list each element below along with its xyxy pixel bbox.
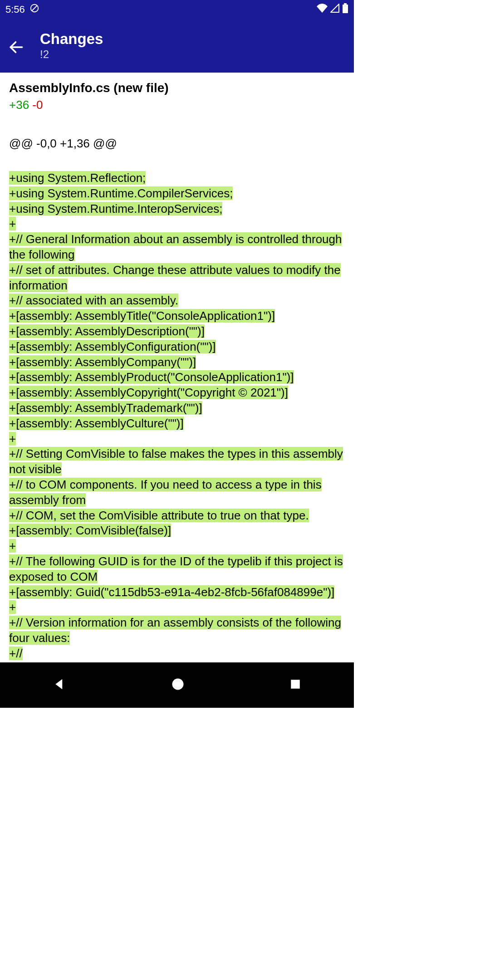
diff-line: +[assembly: Guid("c115db53-e91a-4eb2-8fc… bbox=[9, 585, 345, 600]
diff-line-text: +[assembly: AssemblyTitle("ConsoleApplic… bbox=[9, 309, 275, 323]
diff-line: +// Setting ComVisible to false makes th… bbox=[9, 446, 345, 477]
nav-recent-button[interactable] bbox=[289, 678, 301, 692]
diff-line: +// Version information for an assembly … bbox=[9, 615, 345, 646]
diff-line: +// associated with an assembly. bbox=[9, 293, 345, 309]
diff-line-text: +[assembly: ComVisible(false)] bbox=[9, 524, 171, 537]
diff-line-text: +// COM, set the ComVisible attribute to… bbox=[9, 509, 309, 522]
diff-line: +using System.Runtime.CompilerServices; bbox=[9, 186, 345, 201]
back-button[interactable] bbox=[7, 38, 25, 56]
diff-line: +// to COM components. If you need to ac… bbox=[9, 477, 345, 508]
diff-line: + bbox=[9, 216, 345, 232]
diff-line-text: +[assembly: AssemblyCulture("")] bbox=[9, 416, 184, 430]
diff-line: +// General Information about an assembl… bbox=[9, 232, 345, 263]
diff-line-text: +// Setting ComVisible to false makes th… bbox=[9, 447, 343, 476]
added-count: +36 bbox=[9, 98, 29, 112]
diff-line-text: +// to COM components. If you need to ac… bbox=[9, 478, 322, 507]
diff-line-text: + bbox=[9, 539, 16, 553]
app-bar: Changes !2 bbox=[0, 19, 354, 73]
status-time: 5:56 bbox=[5, 4, 25, 15]
diff-line: +// bbox=[9, 646, 345, 662]
svg-point-5 bbox=[172, 679, 183, 690]
diff-line: +[assembly: AssemblyConfiguration("")] bbox=[9, 339, 345, 355]
diff-line: + bbox=[9, 600, 345, 615]
diff-content[interactable]: AssemblyInfo.cs (new file) +36 -0 @@ -0,… bbox=[0, 73, 354, 662]
battery-icon bbox=[342, 3, 348, 16]
diff-line-text: +[assembly: Guid("c115db53-e91a-4eb2-8fc… bbox=[9, 585, 334, 599]
page-subtitle: !2 bbox=[40, 48, 103, 61]
diff-line-text: +// set of attributes. Change these attr… bbox=[9, 263, 341, 292]
diff-line-text: +[assembly: AssemblyProduct("ConsoleAppl… bbox=[9, 370, 294, 384]
cell-icon bbox=[330, 4, 339, 15]
file-header: AssemblyInfo.cs (new file) bbox=[9, 81, 345, 95]
diff-line-text: +[assembly: AssemblyDescription("")] bbox=[9, 324, 205, 338]
diff-line-text: +// The following GUID is for the ID of … bbox=[9, 554, 343, 583]
diff-line: +using System.Runtime.InteropServices; bbox=[9, 201, 345, 217]
diff-line: +[assembly: AssemblyTrademark("")] bbox=[9, 401, 345, 416]
status-right bbox=[317, 3, 348, 16]
diff-line-text: +[assembly: AssemblyTrademark("")] bbox=[9, 401, 202, 415]
nav-back-button[interactable] bbox=[53, 677, 66, 693]
nav-home-button[interactable] bbox=[171, 677, 185, 693]
diff-line-text: + bbox=[9, 217, 16, 230]
wifi-icon bbox=[317, 4, 328, 15]
diff-line: + bbox=[9, 539, 345, 554]
svg-rect-3 bbox=[344, 3, 347, 5]
diff-line: +[assembly: AssemblyCompany("")] bbox=[9, 355, 345, 370]
page-title: Changes bbox=[40, 31, 103, 47]
diff-line: +// set of attributes. Change these attr… bbox=[9, 263, 345, 294]
status-left: 5:56 bbox=[5, 3, 39, 16]
diff-line-text: +// Version information for an assembly … bbox=[9, 616, 341, 645]
diff-line-text: +[assembly: AssemblyConfiguration("")] bbox=[9, 340, 216, 353]
diff-line-text: + bbox=[9, 432, 16, 446]
system-nav-bar bbox=[0, 662, 354, 708]
diff-line: +// COM, set the ComVisible attribute to… bbox=[9, 508, 345, 524]
svg-rect-6 bbox=[291, 680, 300, 689]
hunk-header: @@ -0,0 +1,36 @@ bbox=[9, 137, 345, 151]
diff-line-text: +// General Information about an assembl… bbox=[9, 232, 342, 261]
diff-line-text: +[assembly: AssemblyCopyright("Copyright… bbox=[9, 386, 288, 399]
diff-line: + bbox=[9, 431, 345, 447]
status-bar: 5:56 bbox=[0, 0, 354, 19]
diff-line: +using System.Reflection; bbox=[9, 171, 345, 186]
diff-line-text: +// associated with an assembly. bbox=[9, 294, 178, 307]
svg-line-1 bbox=[32, 6, 37, 11]
diff-line-text: +using System.Runtime.CompilerServices; bbox=[9, 186, 233, 200]
diff-line: +[assembly: ComVisible(false)] bbox=[9, 523, 345, 539]
diff-line: +// The following GUID is for the ID of … bbox=[9, 554, 345, 585]
change-counts: +36 -0 bbox=[9, 98, 345, 112]
titles: Changes !2 bbox=[40, 31, 103, 61]
diff-line: +[assembly: AssemblyCopyright("Copyright… bbox=[9, 385, 345, 401]
diff-line-text: + bbox=[9, 600, 16, 614]
diff-line-text: +using System.Runtime.InteropServices; bbox=[9, 202, 222, 216]
diff-line: +[assembly: AssemblyCulture("")] bbox=[9, 416, 345, 431]
diff-line: +[assembly: AssemblyDescription("")] bbox=[9, 324, 345, 339]
diff-body: +using System.Reflection;+using System.R… bbox=[9, 171, 345, 662]
diff-line-text: +// bbox=[9, 647, 23, 660]
diff-line: +[assembly: AssemblyTitle("ConsoleApplic… bbox=[9, 309, 345, 324]
removed-count: -0 bbox=[32, 98, 43, 112]
diff-line-text: +[assembly: AssemblyCompany("")] bbox=[9, 355, 196, 369]
diff-line: +[assembly: AssemblyProduct("ConsoleAppl… bbox=[9, 370, 345, 385]
diff-line-text: +using System.Reflection; bbox=[9, 171, 146, 185]
dnd-icon bbox=[29, 3, 39, 16]
svg-rect-2 bbox=[343, 5, 348, 13]
